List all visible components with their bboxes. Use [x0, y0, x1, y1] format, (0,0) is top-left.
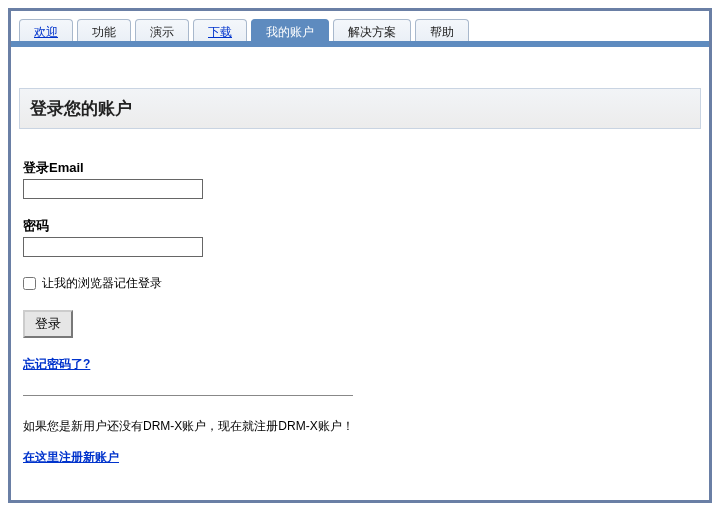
register-link[interactable]: 在这里注册新账户: [23, 449, 119, 466]
content-area: 登录您的账户 登录Email 密码 让我的浏览器记住登录 登录 忘记密码了? 如…: [11, 46, 709, 474]
email-field[interactable]: [23, 179, 203, 199]
page-title-box: 登录您的账户: [19, 88, 701, 129]
tab-bar: 欢迎 功能 演示 下载 我的账户 解决方案 帮助: [11, 11, 709, 46]
remember-checkbox[interactable]: [23, 277, 36, 290]
register-info: 如果您是新用户还没有DRM-X账户，现在就注册DRM-X账户！: [23, 418, 701, 435]
divider: [23, 395, 353, 396]
app-window: 欢迎 功能 演示 下载 我的账户 解决方案 帮助 登录您的账户 登录Email …: [8, 8, 712, 503]
password-field[interactable]: [23, 237, 203, 257]
tab-account[interactable]: 我的账户: [251, 19, 329, 46]
password-label: 密码: [23, 217, 701, 235]
remember-label: 让我的浏览器记住登录: [42, 275, 162, 292]
email-label: 登录Email: [23, 159, 701, 177]
remember-row: 让我的浏览器记住登录: [23, 275, 701, 292]
login-button[interactable]: 登录: [23, 310, 73, 338]
login-form: 登录Email 密码 让我的浏览器记住登录 登录 忘记密码了? 如果您是新用户还…: [19, 159, 701, 466]
page-title: 登录您的账户: [30, 97, 690, 120]
forgot-password-link[interactable]: 忘记密码了?: [23, 356, 90, 373]
